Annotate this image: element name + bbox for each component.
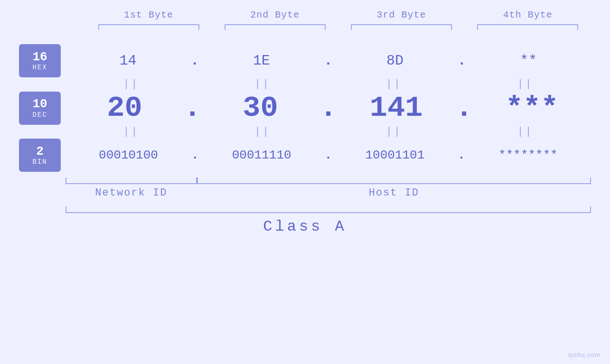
class-label-row: Class A (19, 218, 591, 235)
dec-value-1: 20 (107, 91, 142, 125)
dec-value-2: 30 (243, 91, 278, 125)
hex-row: 16 HEX 14 . 1E . 8D . ** (19, 44, 591, 77)
byte-labels-row: 1st Byte 2nd Byte 3rd Byte 4th Byte (19, 9, 591, 20)
bin-value-1: 00010100 (99, 148, 158, 162)
byte-label-1: 1st Byte (85, 9, 212, 20)
byte-label-2: 2nd Byte (212, 9, 338, 20)
bin-badge: 2 BIN (19, 139, 61, 172)
hex-value-1: 14 (120, 53, 137, 69)
hex-dot-2: . (324, 53, 332, 69)
dec-dot-1: . (184, 91, 201, 125)
hex-value-3: 8D (386, 53, 404, 69)
hex-label: HEX (32, 64, 47, 71)
dec-value-3-cell: 141 (337, 91, 455, 125)
dec-value-2-cell: 30 (201, 91, 319, 125)
hex-value-2: 1E (253, 53, 270, 69)
bracket-cell-3 (338, 24, 465, 30)
bin-values-row: 00010100 . 00011110 . 10001101 . *******… (66, 148, 591, 162)
byte-label-4: 4th Byte (465, 9, 591, 20)
hex-values-row: 14 . 1E . 8D . ** (66, 53, 591, 69)
hex-value-2-cell: 1E (199, 53, 324, 69)
hex-value-4-cell: ** (466, 53, 591, 69)
bin-label: BIN (32, 158, 47, 166)
bracket-cell-2 (212, 24, 338, 30)
equals-2: || (197, 78, 328, 90)
dec-dot-3: . (455, 91, 473, 125)
equals-5: || (66, 126, 197, 138)
dec-label: DEC (32, 111, 47, 119)
dec-value-1-cell: 20 (66, 91, 184, 125)
equals-1: || (66, 78, 197, 90)
bin-value-2-cell: 00011110 (199, 148, 325, 162)
host-bracket (197, 177, 591, 184)
dec-values-row: 20 . 30 . 141 . *** (66, 91, 591, 125)
dec-value-4: *** (506, 91, 559, 125)
bin-value-3: 10001101 (365, 148, 424, 162)
top-bracket-row (19, 24, 591, 30)
bracket-cell-4 (465, 24, 591, 30)
bin-number: 2 (36, 145, 44, 159)
bracket-cell-1 (85, 24, 212, 30)
equals-6: || (197, 126, 328, 138)
main-content: 16 HEX 14 . 1E . 8D . ** (19, 39, 591, 355)
hex-value-3-cell: 8D (333, 53, 458, 69)
bracket-2 (225, 24, 326, 30)
dec-row: 10 DEC 20 . 30 . 141 . *** (19, 91, 591, 125)
equals-row-2: || || || || (19, 126, 591, 138)
id-labels-row: Network ID Host ID (19, 187, 591, 199)
hex-value-4: ** (520, 53, 537, 69)
long-bracket (66, 206, 591, 213)
bin-dot-1: . (191, 148, 199, 162)
hex-number: 16 (32, 50, 47, 64)
equals-8: || (460, 126, 591, 138)
network-bracket (66, 177, 197, 184)
hex-dot-1: . (190, 53, 199, 69)
watermark: ipshu.com (568, 351, 601, 358)
main-container: 1st Byte 2nd Byte 3rd Byte 4th Byte 16 H… (0, 0, 610, 364)
class-label: Class A (263, 218, 347, 235)
network-id-label: Network ID (66, 187, 197, 199)
hex-value-1-cell: 14 (66, 53, 190, 69)
dec-value-4-cell: *** (473, 91, 591, 125)
bin-value-2: 00011110 (232, 148, 291, 162)
dec-dot-2: . (319, 91, 337, 125)
bracket-3 (351, 24, 452, 30)
bin-row: 2 BIN 00010100 . 00011110 . 10001101 . *… (19, 139, 591, 172)
long-bracket-row (19, 206, 591, 213)
bin-value-4-cell: ******** (465, 148, 591, 162)
bin-dot-2: . (325, 148, 332, 162)
hex-dot-3: . (458, 53, 466, 69)
dec-badge: 10 DEC (19, 92, 61, 125)
bin-dot-3: . (458, 148, 465, 162)
bracket-1 (98, 24, 199, 30)
bin-value-1-cell: 00010100 (66, 148, 191, 162)
equals-7: || (328, 126, 460, 138)
bin-value-4: ******** (498, 148, 558, 162)
host-id-label: Host ID (197, 187, 591, 199)
bin-value-3-cell: 10001101 (332, 148, 458, 162)
equals-3: || (328, 78, 460, 90)
equals-row-1: || || || || (19, 78, 591, 90)
dec-number: 10 (32, 97, 47, 111)
hex-badge: 16 HEX (19, 44, 61, 77)
dec-value-3: 141 (370, 91, 423, 125)
byte-label-3: 3rd Byte (338, 9, 465, 20)
id-bracket-row (19, 177, 591, 184)
equals-4: || (460, 78, 591, 90)
bracket-4 (477, 24, 578, 30)
